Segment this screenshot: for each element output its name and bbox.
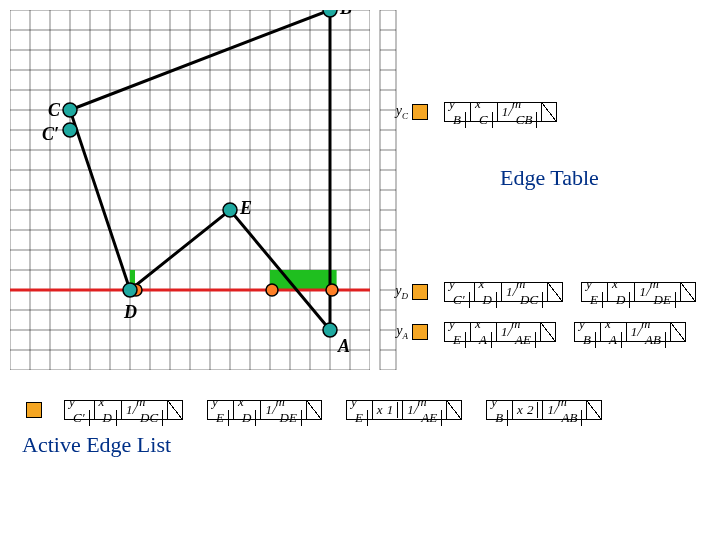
ael-record-4: yB x2 1/mAB <box>486 400 602 420</box>
edge-record-ab: yB xA 1/mAB <box>574 322 686 342</box>
svg-point-46 <box>323 10 337 17</box>
bucket-marker <box>412 104 428 120</box>
et-ylabel-yd: yD <box>382 283 408 301</box>
ael-title: Active Edge List <box>22 432 710 458</box>
scan-column <box>376 10 400 370</box>
svg-point-43 <box>266 284 278 296</box>
et-ylabel-yc: yC <box>382 103 408 121</box>
edge-record-dc: yC′ xD 1/mDC <box>444 282 563 302</box>
svg-text:B: B <box>339 10 352 18</box>
edge-record-ae: yE xA 1/mAE <box>444 322 556 342</box>
bucket-marker <box>412 324 428 340</box>
edge-record-cb: yB xC 1/mCB <box>444 102 557 122</box>
svg-text:D: D <box>123 302 137 322</box>
ael-record-1: yC′ xD 1/mDC <box>64 400 183 420</box>
et-ylabel-ya: yA <box>382 323 408 341</box>
ael-record-3: yE x1 1/mAE <box>346 400 462 420</box>
svg-text:C: C <box>48 100 61 120</box>
bucket-marker <box>412 284 428 300</box>
svg-point-50 <box>223 203 237 217</box>
edge-record-de: yE xD 1/mDE <box>581 282 696 302</box>
active-edge-list-panel: yC′ xD 1/mDC yE xD 1/mDE yE x1 1/mAE yB … <box>10 400 710 458</box>
edge-table-panel: Edge Table yC yB xC 1/mCB yD yC′ xD 1/mD… <box>410 10 710 370</box>
svg-point-48 <box>63 123 77 137</box>
svg-point-47 <box>63 103 77 117</box>
svg-point-45 <box>323 323 337 337</box>
svg-point-49 <box>123 283 137 297</box>
ael-row: yC′ xD 1/mDC yE xD 1/mDE yE x1 1/mAE yB … <box>22 400 710 420</box>
edge-table-title: Edge Table <box>500 165 599 191</box>
et-row-yc: yC yB xC 1/mCB <box>382 102 575 122</box>
svg-text:C′: C′ <box>42 124 59 144</box>
svg-point-44 <box>326 284 338 296</box>
et-row-ya: yA yE xA 1/mAE yB xA 1/mAB <box>382 322 704 342</box>
svg-text:A: A <box>337 336 350 356</box>
bucket-marker <box>26 402 42 418</box>
polygon-grid: ABCC′DE <box>10 10 370 370</box>
et-row-yd: yD yC′ xD 1/mDC yE xD 1/mDE <box>382 282 714 302</box>
svg-text:E: E <box>239 198 252 218</box>
ael-record-2: yE xD 1/mDE <box>207 400 322 420</box>
